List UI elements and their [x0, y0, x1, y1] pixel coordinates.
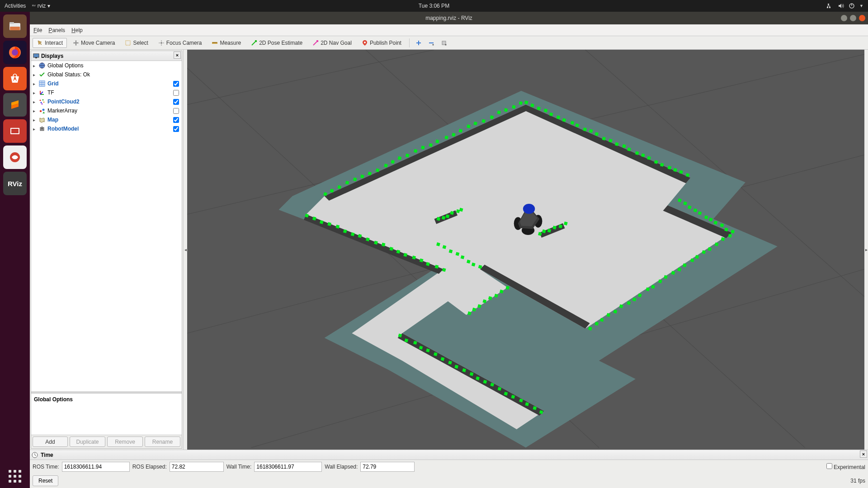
menu-file[interactable]: File: [33, 27, 42, 33]
pose-estimate-icon: [251, 40, 257, 46]
tool-pose-estimate[interactable]: 2D Pose Estimate: [247, 38, 307, 48]
display-item-tf[interactable]: ▸TF: [31, 88, 182, 97]
expand-icon[interactable]: ▸: [33, 63, 38, 68]
clock[interactable]: Tue 3:06 PM: [419, 3, 449, 9]
svg-point-30: [42, 103, 43, 105]
time-panel: Time × ROS Time: ROS Elapsed: Wall Time:…: [30, 450, 868, 488]
volume-icon[interactable]: [838, 3, 844, 9]
activities-button[interactable]: Activities: [5, 3, 26, 9]
experimental-checkbox[interactable]: Experimental: [826, 463, 865, 470]
display-item-markerarray[interactable]: ▸MarkerArray: [31, 106, 182, 115]
system-menu-chevron-icon[interactable]: ▼: [859, 4, 863, 8]
svg-rect-13: [11, 129, 19, 133]
svg-rect-23: [35, 57, 37, 58]
display-item-checkbox[interactable]: [173, 90, 179, 96]
wall-time-label: Wall Time:: [226, 464, 252, 470]
time-panel-title[interactable]: Time ×: [30, 450, 868, 460]
expand-icon[interactable]: ▸: [33, 127, 38, 131]
maximize-button[interactable]: [850, 15, 856, 21]
close-button[interactable]: [859, 15, 865, 21]
expand-icon[interactable]: ▸: [33, 108, 38, 113]
rename-button[interactable]: Rename: [145, 436, 180, 447]
expand-icon[interactable]: ▸: [33, 72, 38, 77]
display-item-robotmodel[interactable]: ▸RobotModel: [31, 124, 182, 133]
power-icon[interactable]: [849, 3, 855, 9]
svg-rect-1: [827, 7, 828, 8]
show-applications-icon[interactable]: [9, 470, 21, 483]
svg-rect-6: [9, 22, 14, 24]
minimize-button[interactable]: [841, 15, 847, 21]
launcher-software-icon[interactable]: A: [3, 67, 27, 90]
displays-icon: [33, 53, 39, 59]
tool-plus[interactable]: [413, 38, 424, 48]
tool-move-camera[interactable]: Move Camera: [69, 38, 119, 48]
svg-point-9: [12, 49, 18, 56]
displays-panel-title[interactable]: Displays ×: [31, 51, 182, 61]
reset-button[interactable]: Reset: [33, 475, 58, 486]
panel-expand-handle-right[interactable]: ▸: [864, 50, 868, 450]
launcher-screenshot-icon[interactable]: [3, 119, 27, 143]
tool-publish-point[interactable]: Publish Point: [358, 38, 406, 48]
svg-rect-0: [828, 4, 829, 5]
svg-point-216: [523, 204, 535, 214]
display-item-checkbox[interactable]: [173, 126, 179, 132]
menu-panels[interactable]: Panels: [48, 27, 65, 33]
check-icon: [39, 71, 45, 78]
tool-interact[interactable]: Interact: [33, 38, 67, 48]
move-camera-icon: [73, 40, 79, 46]
3d-view[interactable]: [187, 50, 864, 450]
add-button[interactable]: Add: [33, 436, 68, 447]
display-item-checkbox[interactable]: [173, 99, 179, 105]
svg-point-21: [445, 44, 446, 45]
display-item-map[interactable]: ▸Map: [31, 115, 182, 124]
expand-icon[interactable]: ▸: [33, 90, 38, 95]
tool-minus[interactable]: [426, 38, 437, 48]
svg-rect-15: [126, 41, 130, 45]
display-item-label: Grid: [47, 80, 172, 87]
launcher-firefox-icon[interactable]: [3, 41, 27, 64]
display-item-pointcloud2[interactable]: ▸PointCloud2: [31, 97, 182, 106]
svg-text:A: A: [13, 76, 17, 82]
display-item-checkbox[interactable]: [173, 117, 179, 123]
ros-elapsed-field[interactable]: [170, 462, 224, 472]
tool-focus-camera[interactable]: Focus Camera: [154, 38, 206, 48]
frame-icon: [441, 40, 447, 46]
ros-time-field[interactable]: [62, 462, 130, 472]
tool-minus-2[interactable]: [439, 38, 449, 48]
launcher-rviz-icon[interactable]: RViz: [3, 172, 27, 195]
display-item-grid[interactable]: ▸Grid: [31, 79, 182, 88]
display-item-checkbox[interactable]: [173, 81, 179, 87]
svg-point-19: [432, 44, 434, 45]
panel-collapse-handle[interactable]: ◂: [184, 50, 187, 450]
duplicate-button[interactable]: Duplicate: [70, 436, 105, 447]
titlebar[interactable]: mapping.rviz - RViz: [30, 12, 868, 24]
display-item-checkbox[interactable]: [173, 108, 179, 114]
pcl-icon: [39, 99, 45, 105]
display-item-label: Map: [47, 117, 172, 123]
fps-label: 31 fps: [850, 478, 865, 484]
marker-icon: [39, 108, 45, 114]
launcher-app-icon[interactable]: [3, 145, 27, 169]
expand-icon[interactable]: ▸: [33, 99, 38, 104]
expand-icon[interactable]: ▸: [33, 81, 38, 86]
display-item-global-options[interactable]: ▸Global Options: [31, 61, 182, 70]
menu-help[interactable]: Help: [71, 27, 83, 33]
display-item-global-status-ok[interactable]: ▸Global Status: Ok: [31, 70, 182, 79]
app-menu[interactable]: ᴿⱽ rviz ▾: [32, 3, 50, 9]
launcher-sublime-icon[interactable]: [3, 93, 27, 117]
tool-measure[interactable]: Measure: [208, 38, 245, 48]
svg-rect-22: [33, 54, 39, 57]
tool-select[interactable]: Select: [121, 38, 152, 48]
wall-elapsed-field[interactable]: [360, 462, 415, 472]
launcher-files-icon[interactable]: [3, 14, 27, 38]
publish-point-icon: [362, 40, 368, 46]
wall-time-field[interactable]: [254, 462, 322, 472]
network-icon[interactable]: [827, 3, 833, 9]
remove-button[interactable]: Remove: [107, 436, 143, 447]
svg-point-29: [43, 102, 45, 103]
displays-close-button[interactable]: ×: [174, 52, 181, 59]
expand-icon[interactable]: ▸: [33, 117, 38, 122]
displays-tree[interactable]: ▸Global Options▸Global Status: Ok▸Grid▸T…: [31, 61, 182, 391]
time-close-button[interactable]: ×: [860, 450, 867, 458]
tool-nav-goal[interactable]: 2D Nav Goal: [308, 38, 356, 48]
